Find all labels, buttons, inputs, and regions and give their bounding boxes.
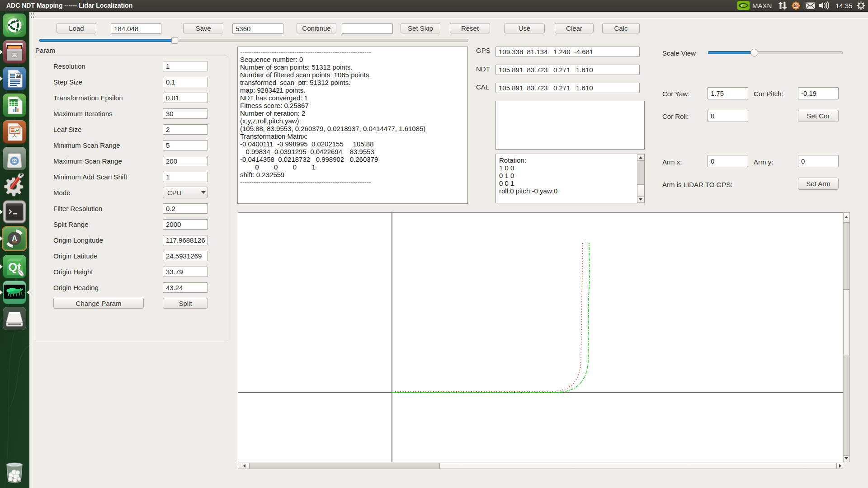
svg-text:A: A [12,235,17,242]
